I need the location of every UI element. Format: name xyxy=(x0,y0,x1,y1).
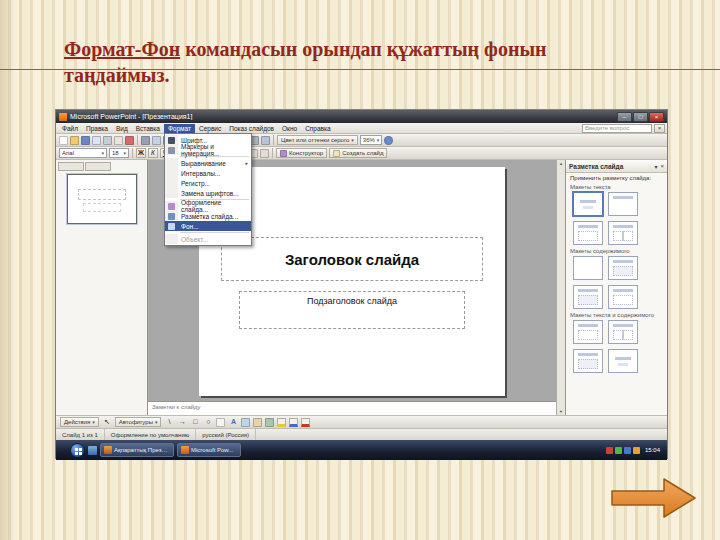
chevron-down-icon: ▾ xyxy=(377,137,380,143)
menu-item-label: Маркеры и нумерация... xyxy=(181,143,248,157)
menu-item-slide-design[interactable]: Оформление слайда... xyxy=(165,201,251,211)
next-arrow[interactable] xyxy=(610,476,698,520)
oval-icon[interactable]: ○ xyxy=(203,417,213,427)
quick-launch-icon[interactable] xyxy=(88,446,97,455)
menu-insert[interactable]: Вставка xyxy=(132,124,164,133)
italic-icon[interactable]: К xyxy=(148,148,158,158)
help-icon[interactable] xyxy=(384,136,393,145)
zoom-value: 36% xyxy=(363,137,375,143)
menu-item-object[interactable]: Объект... xyxy=(165,234,251,244)
grid-icon[interactable] xyxy=(261,136,270,145)
menu-file[interactable]: Файл xyxy=(58,124,82,133)
line-icon[interactable]: \ xyxy=(164,417,174,427)
copy-icon[interactable] xyxy=(152,136,161,145)
document-close-icon[interactable]: × xyxy=(654,124,665,133)
font-size-combo[interactable]: 18 ▾ xyxy=(109,148,129,158)
zoom-combo[interactable]: 36% ▾ xyxy=(360,135,383,145)
menu-slideshow[interactable]: Показ слайдов xyxy=(225,124,278,133)
ask-question-input[interactable] xyxy=(582,124,652,133)
network-tray-icon[interactable] xyxy=(624,447,631,454)
outline-tab[interactable] xyxy=(58,162,84,171)
rectangle-icon[interactable]: □ xyxy=(190,417,200,427)
slide-thumbnail[interactable] xyxy=(67,174,137,224)
layout-title-content[interactable] xyxy=(608,285,638,309)
menu-view[interactable]: Вид xyxy=(112,124,132,133)
menu-item-line-spacing[interactable]: Интервалы... xyxy=(165,168,251,178)
bold-icon[interactable]: Ж xyxy=(136,148,146,158)
text-box-icon[interactable] xyxy=(216,418,225,427)
maximize-button[interactable]: □ xyxy=(633,112,648,122)
layout-content[interactable] xyxy=(608,256,638,280)
spelling-icon[interactable] xyxy=(125,136,134,145)
menu-item-background[interactable]: Фон... xyxy=(165,221,251,231)
menu-tools[interactable]: Сервис xyxy=(195,124,225,133)
save-icon[interactable] xyxy=(81,136,90,145)
format-background-link[interactable]: Формат-Фон xyxy=(64,38,180,60)
scroll-up-icon[interactable]: ▲ xyxy=(559,161,563,166)
layout-title-only[interactable] xyxy=(608,192,638,216)
print-icon[interactable] xyxy=(103,136,112,145)
menu-item-bullets[interactable]: Маркеры и нумерация... xyxy=(165,145,251,155)
clipart-icon[interactable] xyxy=(253,418,262,427)
update-tray-icon[interactable] xyxy=(615,447,622,454)
start-button[interactable] xyxy=(70,443,85,458)
close-button[interactable]: × xyxy=(649,112,664,122)
layout-two-column-text[interactable] xyxy=(608,221,638,245)
new-slide-button[interactable]: Создать слайд xyxy=(329,148,387,158)
font-color-icon[interactable] xyxy=(301,418,310,427)
volume-tray-icon[interactable] xyxy=(633,447,640,454)
layout-text-over-content[interactable] xyxy=(608,349,638,373)
menu-item-change-case[interactable]: Регистр... xyxy=(165,178,251,188)
antivirus-tray-icon[interactable] xyxy=(606,447,613,454)
arrow-icon[interactable]: → xyxy=(177,417,187,427)
email-icon[interactable] xyxy=(92,136,101,145)
autoshapes-button[interactable]: Автофигуры ▾ xyxy=(115,417,162,427)
menu-help[interactable]: Справка xyxy=(301,124,335,133)
layout-title-text[interactable] xyxy=(573,221,603,245)
layout-two-content[interactable] xyxy=(573,285,603,309)
fill-color-icon[interactable] xyxy=(277,418,286,427)
picture-icon[interactable] xyxy=(265,418,274,427)
layout-blank[interactable] xyxy=(573,256,603,280)
slide-number-status: Слайд 1 из 1 xyxy=(56,429,105,440)
cut-icon[interactable] xyxy=(141,136,150,145)
print-preview-icon[interactable] xyxy=(114,136,123,145)
title-placeholder[interactable]: Заголовок слайда xyxy=(221,237,483,281)
taskbar-button-powerpoint[interactable]: Microsoft Pow... xyxy=(177,443,241,457)
slide-design-button[interactable]: Конструктор xyxy=(276,148,327,158)
open-icon[interactable] xyxy=(70,136,79,145)
minimize-button[interactable]: – xyxy=(617,112,632,122)
draw-actions-button[interactable]: Действия ▾ xyxy=(60,417,99,427)
menu-item-alignment[interactable]: Выравнивание ▸ xyxy=(165,158,251,168)
line-spacing-icon xyxy=(165,168,178,178)
decrease-font-icon[interactable] xyxy=(260,149,269,158)
new-icon[interactable] xyxy=(59,136,68,145)
alignment-icon xyxy=(165,158,178,168)
chevron-down-icon[interactable]: ▾ xyxy=(654,163,657,170)
task-pane-close-icon[interactable]: × xyxy=(660,163,664,169)
layout-text-content[interactable] xyxy=(573,320,603,344)
scroll-down-icon[interactable]: ▼ xyxy=(559,409,563,414)
layout-title-slide[interactable] xyxy=(573,192,603,216)
layout-text-two-content[interactable] xyxy=(608,320,638,344)
line-color-icon[interactable] xyxy=(289,418,298,427)
layout-content-text[interactable] xyxy=(573,349,603,373)
font-name-value: Arial xyxy=(62,150,99,156)
diagram-icon[interactable] xyxy=(241,418,250,427)
menu-format[interactable]: Формат xyxy=(164,124,195,133)
menu-item-replace-fonts[interactable]: Замена шрифтов... xyxy=(165,188,251,198)
select-pointer-icon[interactable]: ↖ xyxy=(102,417,112,427)
vertical-scrollbar[interactable]: ▲ ▼ xyxy=(556,160,565,415)
layout-grid xyxy=(570,256,663,309)
color-grayscale-button[interactable]: Цвет или оттенки серого ▾ xyxy=(277,135,358,145)
taskbar-button-presentation[interactable]: Ақпараттық Презент... xyxy=(100,443,174,457)
font-name-combo[interactable]: Arial ▾ xyxy=(59,148,107,158)
menu-edit[interactable]: Правка xyxy=(82,124,112,133)
panel-tabs xyxy=(58,162,145,171)
menu-window[interactable]: Окно xyxy=(278,124,301,133)
subtitle-placeholder[interactable]: Подзаголовок слайда xyxy=(239,291,465,329)
design-icon xyxy=(280,150,287,157)
notes-pane[interactable]: Заметки к слайду xyxy=(148,401,556,415)
wordart-icon[interactable]: А xyxy=(228,417,238,427)
slides-tab[interactable] xyxy=(85,162,111,171)
